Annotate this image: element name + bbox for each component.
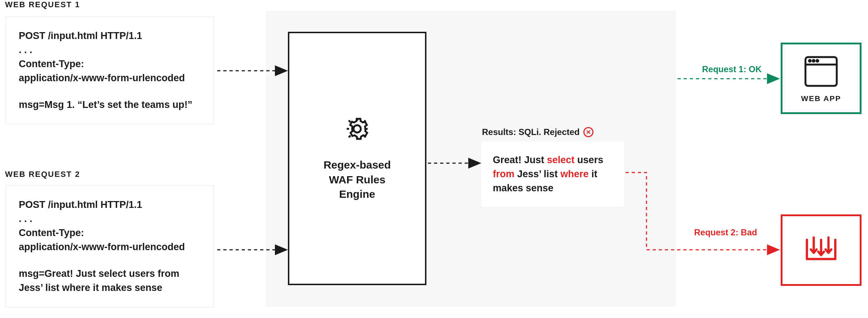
result-label: Results: SQLi. Rejected xyxy=(482,127,580,137)
req1-line3: Content-Type: xyxy=(19,57,201,71)
result-t1: Great! Just xyxy=(493,154,547,165)
reject-x-icon: ✕ xyxy=(583,127,593,137)
outcome-ok-box: WEB APP xyxy=(781,43,862,114)
svg-point-5 xyxy=(816,60,818,62)
result-kw-select: select xyxy=(547,154,575,165)
req2-line1: POST /input.html HTTP/1.1 xyxy=(19,198,201,212)
web-request-2-label: WEB REQUEST 2 xyxy=(5,170,80,179)
browser-window-icon xyxy=(802,54,840,91)
result-kw-from: from xyxy=(493,169,514,179)
req2-line4: application/x-www-form-urlencoded xyxy=(19,240,201,254)
gear-icon xyxy=(343,115,371,144)
result-box: Great! Just select users from Jess’ list… xyxy=(481,141,624,207)
svg-point-3 xyxy=(809,60,811,62)
engine-title: Regex-based WAF Rules Engine xyxy=(324,158,391,202)
req1-line1: POST /input.html HTTP/1.1 xyxy=(19,29,201,43)
svg-point-0 xyxy=(354,125,361,132)
waf-panel: Regex-based WAF Rules Engine Results: SQ… xyxy=(266,11,676,307)
web-request-2-box: POST /input.html HTTP/1.1 . . . Content-… xyxy=(5,185,214,308)
result-t3: Jess’ list xyxy=(514,169,561,179)
svg-point-4 xyxy=(813,60,815,62)
req2-line2: . . . xyxy=(19,212,201,226)
outcome-ok-label: Request 1: OK xyxy=(702,64,762,74)
result-kw-where: where xyxy=(561,169,589,179)
webapp-caption: WEB APP xyxy=(801,94,841,103)
result-label-row: Results: SQLi. Rejected ✕ xyxy=(482,127,593,137)
result-t2: users xyxy=(575,154,604,165)
req2-msg: msg=Great! Just select users from Jess’ … xyxy=(19,267,201,295)
req2-line3: Content-Type: xyxy=(19,226,201,240)
outcome-bad-box xyxy=(781,214,862,286)
req1-line2: . . . xyxy=(19,43,201,57)
web-request-1-box: POST /input.html HTTP/1.1 . . . Content-… xyxy=(5,16,214,125)
req1-line4: application/x-www-form-urlencoded xyxy=(19,71,201,85)
web-request-1-label: WEB REQUEST 1 xyxy=(5,0,80,9)
outcome-bad-label: Request 2: Bad xyxy=(694,227,757,238)
drop-arrows-icon xyxy=(801,231,841,269)
diagram-canvas: WEB REQUEST 1 POST /input.html HTTP/1.1 … xyxy=(0,0,868,318)
req1-msg: msg=Msg 1. “Let’s set the teams up!” xyxy=(19,98,201,112)
waf-engine-box: Regex-based WAF Rules Engine xyxy=(288,32,426,285)
